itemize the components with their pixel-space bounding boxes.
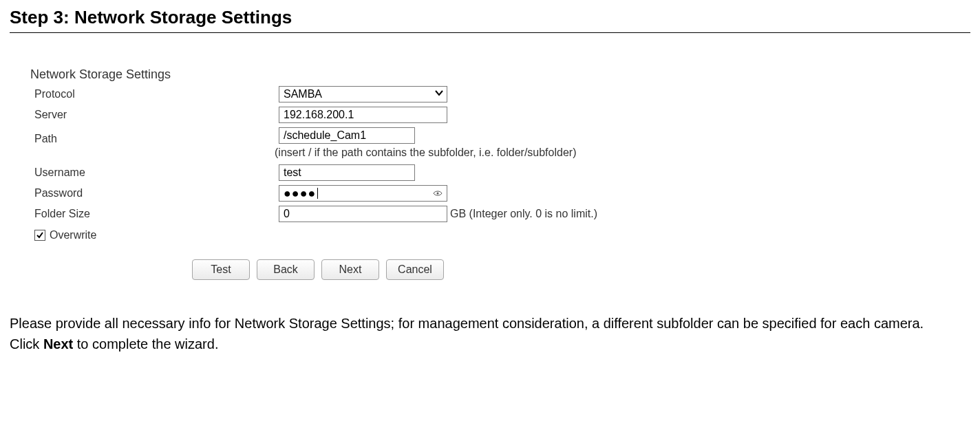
svg-point-0 [437, 193, 439, 195]
password-label: Password [30, 187, 279, 199]
overwrite-label: Overwrite [50, 229, 96, 241]
step-title: Step 3: Network Storage Settings [10, 7, 970, 28]
server-label: Server [30, 109, 279, 121]
password-input[interactable]: ●●●● [279, 185, 447, 202]
overwrite-checkbox[interactable] [34, 230, 45, 241]
path-input[interactable]: /schedule_Cam1 [279, 127, 415, 144]
protocol-label: Protocol [30, 88, 279, 100]
test-button[interactable]: Test [192, 259, 250, 280]
instruction-line1: Please provide all necessary info for Ne… [10, 313, 970, 334]
reveal-password-icon[interactable] [433, 188, 443, 198]
password-dots: ●●●● [284, 186, 318, 201]
path-label: Path [30, 127, 279, 145]
username-label: Username [30, 166, 279, 179]
server-input[interactable]: 192.168.200.1 [279, 107, 447, 123]
folder-size-label: Folder Size [30, 208, 279, 220]
wizard-button-row: Test Back Next Cancel [192, 259, 657, 280]
panel-title: Network Storage Settings [30, 67, 657, 82]
folder-size-suffix: GB (Integer only. 0 is no limit.) [450, 208, 597, 220]
instruction-text: Please provide all necessary info for Ne… [10, 313, 970, 354]
next-button[interactable]: Next [321, 259, 379, 280]
path-hint: (insert / if the path contains the subfo… [275, 147, 657, 159]
folder-size-input[interactable]: 0 [279, 206, 447, 222]
settings-panel: Network Storage Settings Protocol SAMBA … [30, 67, 657, 280]
protocol-selected-value: SAMBA [284, 88, 322, 100]
check-icon [36, 231, 44, 239]
cancel-button[interactable]: Cancel [386, 259, 444, 280]
chevron-down-icon [434, 88, 444, 100]
text-caret [317, 188, 318, 199]
back-button[interactable]: Back [257, 259, 315, 280]
username-input[interactable]: test [279, 164, 415, 181]
instruction-line2: Click Next to complete the wizard. [10, 334, 970, 354]
protocol-select[interactable]: SAMBA [279, 86, 447, 102]
title-divider [10, 32, 970, 33]
